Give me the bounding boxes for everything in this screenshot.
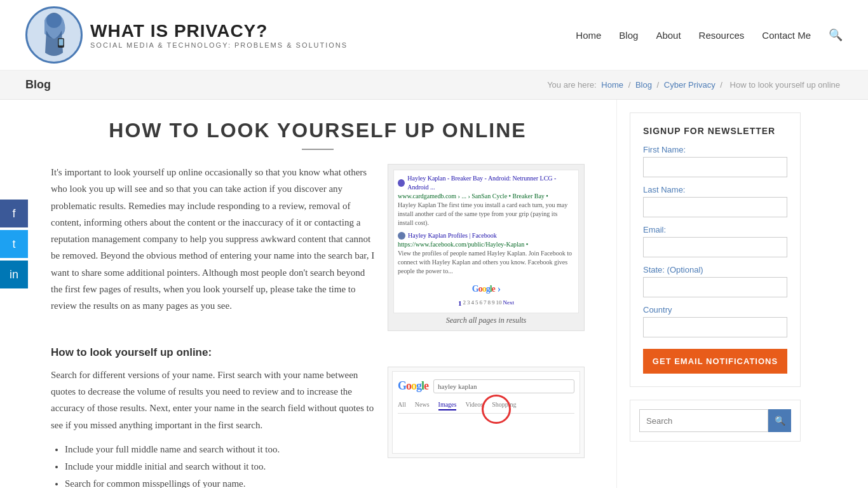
site-title-area: WHAT IS PRIVACY? SOCIAL MEDIA & TECHNOLO…	[90, 21, 348, 49]
newsletter-section: SIGNUP FOR NEWSLETTER First Name: Last N…	[630, 112, 801, 387]
search-input[interactable]	[639, 409, 768, 432]
result1-url: www.cardgamedb.com › ... › SanSan Cycle …	[398, 192, 574, 201]
get-notifications-button[interactable]: GET EMAIL NOTIFICATIONS	[643, 349, 787, 374]
breadcrumb-sep1: /	[628, 80, 633, 90]
search-result-2: Hayley Kaplan Profiles | Facebook https:…	[398, 231, 574, 276]
tab-news: News	[415, 401, 430, 410]
search-result-1: Hayley Kaplan - Breaker Bay - Android: N…	[398, 174, 574, 227]
result2-desc: View the profiles of people named Hayley…	[398, 249, 574, 276]
result2-url: https://www.facebook.com/public/Hayley-K…	[398, 240, 574, 249]
country-group: Country	[643, 305, 787, 337]
nav-blog[interactable]: Blog	[619, 30, 638, 41]
first-name-input[interactable]	[643, 157, 787, 177]
last-name-label: Last Name:	[643, 185, 787, 194]
facebook-share-button[interactable]: f	[0, 200, 28, 227]
breadcrumb-home[interactable]: Home	[601, 80, 623, 90]
state-label: State: (Optional)	[643, 265, 787, 274]
result2-title: Hayley Kaplan Profiles | Facebook	[408, 231, 497, 240]
image1-caption: Search all pages in results	[393, 316, 579, 325]
site-title: WHAT IS PRIVACY?	[90, 21, 348, 41]
sidebar-search-section: 🔍	[630, 400, 801, 442]
tab-videos: Videos	[465, 401, 483, 410]
google-logo-mock: Google ›	[398, 282, 574, 296]
nav-resources[interactable]: Resources	[699, 30, 745, 41]
section-heading: How to look yourself up online:	[51, 346, 585, 359]
list-item: Search for common misspellings of your n…	[65, 475, 585, 488]
breadcrumb-current: How to look yourself up online	[730, 80, 840, 90]
nav-about[interactable]: About	[656, 30, 681, 41]
twitter-icon: t	[12, 238, 15, 251]
second-image-mock: Google hayley kaplan All News Images Vid…	[392, 371, 580, 454]
email-input[interactable]	[643, 237, 787, 257]
breadcrumb-sep3: /	[720, 80, 724, 90]
content-area: HOW TO LOOK YOURSELF UP ONLINE It's impo…	[0, 100, 616, 488]
article-title: HOW TO LOOK YOURSELF UP ONLINE	[51, 119, 585, 142]
first-name-group: First Name:	[643, 145, 787, 177]
main-nav: Home Blog About Resources Contact Me 🔍	[576, 28, 843, 42]
result1-title: Hayley Kaplan - Breaker Bay - Android: N…	[407, 174, 574, 192]
breadcrumb-you-are-here: You are here:	[547, 80, 597, 90]
twitter-share-button[interactable]: t	[0, 230, 28, 258]
nav-home[interactable]: Home	[576, 30, 601, 41]
newsletter-title: SIGNUP FOR NEWSLETTER	[643, 126, 787, 136]
result1-desc: Hayley Kaplan The first time you install…	[398, 201, 574, 227]
logo-figure	[35, 11, 73, 59]
pagination-row: 1 2345678910 Next	[398, 299, 574, 308]
search-button[interactable]: 🔍	[768, 409, 791, 432]
intro-image: Hayley Kaplan - Breaker Bay - Android: N…	[388, 164, 585, 331]
last-name-input[interactable]	[643, 197, 787, 217]
google-mini-logo: Google	[398, 379, 428, 393]
title-divider	[302, 149, 334, 150]
breadcrumb: You are here: Home / Blog / Cyber Privac…	[545, 80, 843, 90]
sidebar: SIGNUP FOR NEWSLETTER First Name: Last N…	[616, 100, 813, 488]
google-search-field: hayley kaplan	[433, 379, 574, 393]
list-item: Include your middle initial and search w…	[65, 458, 585, 475]
main-layout: HOW TO LOOK YOURSELF UP ONLINE It's impo…	[0, 100, 868, 488]
logo-area: WHAT IS PRIVACY? SOCIAL MEDIA & TECHNOLO…	[25, 6, 348, 64]
breadcrumb-bar: Blog You are here: Home / Blog / Cyber P…	[0, 71, 868, 100]
tab-images: Images	[438, 401, 457, 410]
breadcrumb-cyber-privacy[interactable]: Cyber Privacy	[664, 80, 715, 90]
state-input[interactable]	[643, 277, 787, 297]
search-icon[interactable]: 🔍	[829, 28, 843, 42]
page-section-title: Blog	[25, 78, 51, 92]
breadcrumb-blog[interactable]: Blog	[635, 80, 652, 90]
logo-circle	[25, 6, 83, 64]
search-icon: 🔍	[775, 416, 785, 426]
site-subtitle: SOCIAL MEDIA & TECHNOLOGY: PROBLEMS & SO…	[90, 41, 348, 49]
how-to-section: How to look yourself up online: Google h…	[51, 346, 585, 488]
nav-contact[interactable]: Contact Me	[762, 30, 811, 41]
email-group: Email:	[643, 225, 787, 257]
email-label: Email:	[643, 225, 787, 234]
state-group: State: (Optional)	[643, 265, 787, 297]
svg-rect-2	[59, 39, 64, 45]
breadcrumb-sep2: /	[657, 80, 661, 90]
country-label: Country	[643, 305, 787, 315]
first-name-label: First Name:	[643, 145, 787, 154]
last-name-group: Last Name:	[643, 185, 787, 217]
tab-all: All	[398, 401, 406, 410]
linkedin-icon: in	[10, 268, 18, 281]
google-search-bar: Google hayley kaplan	[398, 379, 574, 393]
facebook-icon: f	[12, 207, 15, 220]
second-image: Google hayley kaplan All News Images Vid…	[388, 367, 585, 458]
article-intro: It's important to look yourself up onlin…	[51, 164, 585, 331]
intro-text: It's important to look yourself up onlin…	[51, 164, 375, 314]
social-sidebar: f t in	[0, 200, 28, 288]
highlight-circle	[482, 395, 511, 424]
site-header: WHAT IS PRIVACY? SOCIAL MEDIA & TECHNOLO…	[0, 0, 868, 71]
linkedin-share-button[interactable]: in	[0, 261, 28, 288]
country-input[interactable]	[643, 317, 787, 337]
